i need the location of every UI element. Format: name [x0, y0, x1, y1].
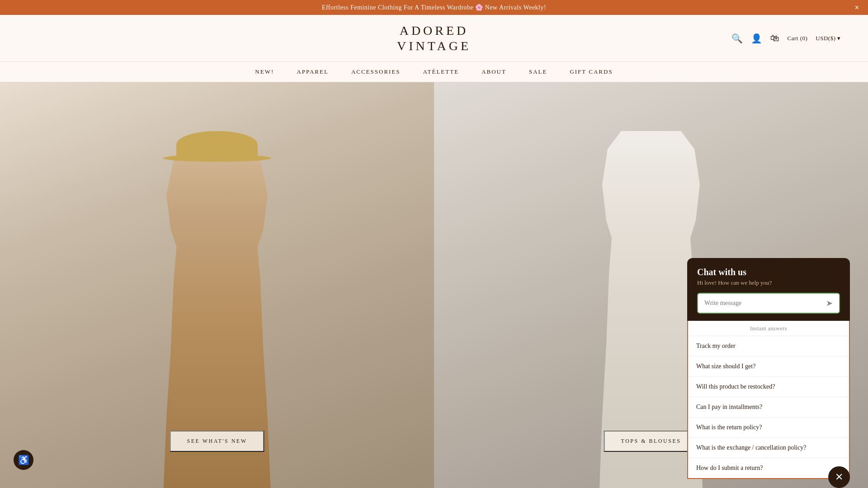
main-nav: NEW! APPAREL ACCESSORIES ATÈLETTE ABOUT …: [0, 62, 868, 82]
accessibility-icon: ♿: [18, 455, 29, 465]
answer-item-installments[interactable]: Can I pay in installments?: [688, 397, 849, 418]
answer-item-track-order[interactable]: Track my order: [688, 336, 849, 357]
answer-item-size[interactable]: What size should I get?: [688, 357, 849, 377]
see-whats-new-button[interactable]: SEE WHAT'S NEW: [170, 431, 264, 452]
chat-close-button[interactable]: ✕: [828, 466, 850, 488]
site-logo[interactable]: ADOREDVINTAGE: [397, 23, 471, 53]
instant-answers-label: Instant answers: [688, 321, 849, 336]
accessibility-button[interactable]: ♿: [14, 450, 33, 470]
nav-item-accessories[interactable]: ACCESSORIES: [351, 68, 401, 75]
announcement-bar: Effortless Feminine Clothing For A Timel…: [0, 0, 868, 15]
cart-icon[interactable]: 🛍: [770, 33, 779, 43]
nav-item-gift-cards[interactable]: GIFT CARDS: [570, 68, 613, 75]
chat-header: Chat with us Hi love! How can we help yo…: [687, 258, 850, 321]
answer-item-exchange-policy[interactable]: What is the exchange / cancellation poli…: [688, 438, 849, 458]
currency-selector[interactable]: USD($) ▾: [816, 35, 841, 42]
chat-input-row: ➤: [697, 293, 840, 314]
nav-item-about[interactable]: ABOUT: [481, 68, 506, 75]
site-header: ADOREDVINTAGE 🔍 👤 🛍 Cart (0) USD($) ▾: [0, 15, 868, 62]
account-icon[interactable]: 👤: [751, 33, 762, 44]
chat-widget: Chat with us Hi love! How can we help yo…: [687, 258, 850, 479]
nav-item-atelette[interactable]: ATÈLETTE: [423, 68, 459, 75]
tops-blouses-button[interactable]: TOPS & BLOUSES: [604, 431, 698, 452]
hero-left-panel: SEE WHAT'S NEW: [0, 82, 434, 488]
header-right: 🔍 👤 🛍 Cart (0) USD($) ▾: [705, 33, 841, 44]
nav-item-sale[interactable]: SALE: [529, 68, 547, 75]
answer-item-submit-return[interactable]: How do I submit a return?: [688, 458, 849, 478]
chat-title: Chat with us: [697, 267, 840, 277]
cart-label[interactable]: Cart (0): [788, 35, 808, 42]
announcement-close-button[interactable]: ×: [855, 4, 859, 12]
hero-hat: [176, 131, 258, 158]
answer-item-restock[interactable]: Will this product be restocked?: [688, 377, 849, 397]
currency-label: USD($): [816, 35, 835, 42]
chat-subtitle: Hi love! How can we help you?: [697, 279, 840, 286]
nav-item-apparel[interactable]: APPAREL: [297, 68, 329, 75]
chevron-down-icon: ▾: [837, 35, 841, 42]
nav-item-new[interactable]: NEW!: [255, 68, 274, 75]
chat-send-button[interactable]: ➤: [820, 294, 839, 313]
instant-answers-panel: Instant answers Track my order What size…: [687, 321, 850, 479]
announcement-text: Effortless Feminine Clothing For A Timel…: [322, 4, 546, 11]
chat-message-input[interactable]: [698, 294, 820, 312]
answer-item-return-policy[interactable]: What is the return policy?: [688, 418, 849, 438]
search-icon[interactable]: 🔍: [731, 33, 743, 44]
